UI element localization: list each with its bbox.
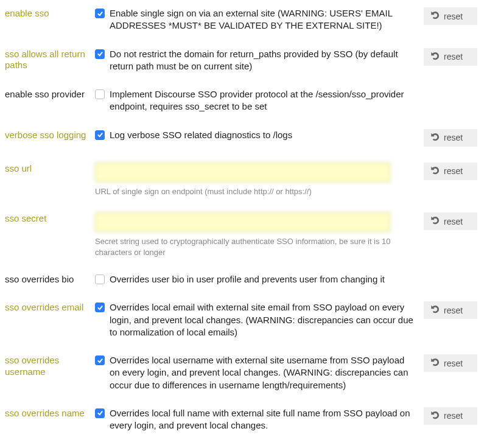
setting-action: reset — [424, 163, 480, 180]
reset-button[interactable]: reset — [424, 48, 477, 66]
setting-row-sso-overrides-bio: sso overrides bioOverrides user bio in u… — [5, 273, 480, 285]
setting-row-enable-sso: enable ssoEnable single sign on via an e… — [5, 7, 480, 32]
setting-control: Implement Discourse SSO provider protoco… — [95, 88, 424, 113]
setting-action: reset — [424, 212, 480, 230]
setting-description: Log verbose SSO related diagnostics to /… — [110, 129, 292, 141]
setting-label-text: sso overrides name — [5, 408, 90, 419]
checkbox[interactable] — [95, 9, 105, 18]
setting-control: Do not restrict the domain for return_pa… — [95, 48, 424, 73]
setting-action: reset — [424, 354, 480, 372]
setting-description: Do not restrict the domain for return_pa… — [110, 48, 415, 73]
setting-label-text: verbose sso logging — [5, 130, 90, 141]
undo-icon — [431, 52, 440, 62]
reset-button[interactable]: reset — [424, 407, 477, 425]
setting-label: sso overrides name — [5, 407, 95, 419]
reset-button-label: reset — [444, 166, 463, 176]
checkbox[interactable] — [95, 89, 105, 99]
undo-icon — [431, 166, 440, 177]
setting-control: Enable single sign on via an external si… — [95, 7, 424, 32]
setting-label: verbose sso logging — [5, 129, 95, 141]
setting-row-enable-sso-provider: enable sso providerImplement Discourse S… — [5, 88, 480, 113]
setting-action: reset — [424, 301, 480, 319]
setting-control: Log verbose SSO related diagnostics to /… — [95, 129, 424, 141]
checkbox[interactable] — [95, 355, 105, 365]
reset-button-label: reset — [444, 411, 463, 421]
setting-description: Enable single sign on via an external si… — [110, 7, 415, 32]
setting-label: sso overrides bio — [5, 273, 95, 285]
setting-control: Secret string used to cryptographically … — [95, 212, 424, 257]
reset-button[interactable]: reset — [424, 129, 477, 147]
setting-row-sso-secret: sso secretSecret string used to cryptogr… — [5, 212, 480, 257]
setting-row-verbose-sso-logging: verbose sso loggingLog verbose SSO relat… — [5, 129, 480, 147]
checkbox[interactable] — [95, 49, 105, 59]
setting-description: Implement Discourse SSO provider protoco… — [110, 88, 415, 113]
setting-control: Overrides user bio in user profile and p… — [95, 273, 424, 285]
checkbox-wrap[interactable]: Implement Discourse SSO provider protoco… — [95, 88, 415, 113]
setting-label: sso overrides username — [5, 354, 95, 378]
setting-action: reset — [424, 129, 480, 147]
reset-button-label: reset — [444, 359, 463, 368]
setting-control: Overrides local full name with external … — [95, 407, 424, 432]
setting-label-text: sso overrides username — [5, 355, 90, 378]
setting-description: Overrides local email with external site… — [110, 301, 415, 338]
setting-label: enable sso — [5, 7, 95, 19]
setting-action: reset — [424, 7, 480, 25]
reset-button-label: reset — [444, 133, 463, 142]
setting-description: Overrides user bio in user profile and p… — [110, 273, 385, 285]
checkbox-wrap[interactable]: Overrides local username with external s… — [95, 354, 415, 391]
reset-button[interactable]: reset — [424, 354, 477, 372]
checkbox-wrap[interactable]: Log verbose SSO related diagnostics to /… — [95, 129, 415, 141]
setting-control: URL of single sign on endpoint (must inc… — [95, 163, 424, 197]
setting-help-text: URL of single sign on endpoint (must inc… — [95, 186, 393, 197]
checkbox[interactable] — [95, 130, 105, 140]
undo-icon — [431, 133, 440, 143]
checkbox[interactable] — [95, 408, 105, 418]
checkbox-wrap[interactable]: Do not restrict the domain for return_pa… — [95, 48, 415, 73]
undo-icon — [431, 358, 440, 368]
setting-label-text: sso overrides bio — [5, 274, 90, 285]
setting-row-sso-overrides-email: sso overrides emailOverrides local email… — [5, 301, 480, 338]
reset-button-label: reset — [444, 306, 463, 315]
text-input-sso-url[interactable] — [95, 163, 390, 182]
reset-button[interactable]: reset — [424, 301, 477, 319]
checkbox[interactable] — [95, 275, 105, 284]
setting-help-text: Secret string used to cryptographically … — [95, 236, 393, 257]
undo-icon — [431, 411, 440, 421]
setting-label-text: sso secret — [5, 213, 90, 225]
setting-row-sso-url: sso urlURL of single sign on endpoint (m… — [5, 163, 480, 197]
reset-button[interactable]: reset — [424, 163, 477, 180]
reset-button-label: reset — [444, 52, 463, 61]
undo-icon — [431, 216, 440, 226]
text-input-sso-secret[interactable] — [95, 212, 390, 232]
setting-description: Overrides local full name with external … — [110, 407, 415, 432]
setting-label: enable sso provider — [5, 88, 95, 100]
setting-label-text: sso overrides email — [5, 302, 90, 313]
undo-icon — [431, 305, 440, 315]
setting-control: Overrides local email with external site… — [95, 301, 424, 338]
setting-label-text: sso allows all return paths — [5, 49, 90, 72]
checkbox-wrap[interactable]: Overrides local email with external site… — [95, 301, 415, 338]
checkbox-wrap[interactable]: Overrides local full name with external … — [95, 407, 415, 432]
setting-label-text: sso url — [5, 163, 90, 175]
setting-label-text: enable sso provider — [5, 89, 90, 100]
reset-button-label: reset — [444, 217, 463, 226]
reset-button[interactable]: reset — [424, 212, 477, 230]
setting-action: reset — [424, 48, 480, 66]
setting-label: sso overrides email — [5, 301, 95, 313]
settings-list: enable ssoEnable single sign on via an e… — [5, 7, 480, 432]
checkbox-wrap[interactable]: Overrides user bio in user profile and p… — [95, 273, 415, 285]
setting-description: Overrides local username with external s… — [110, 354, 415, 391]
setting-label-text: enable sso — [5, 8, 90, 19]
checkbox-wrap[interactable]: Enable single sign on via an external si… — [95, 7, 415, 32]
setting-action: reset — [424, 407, 480, 425]
checkbox[interactable] — [95, 303, 105, 312]
setting-label: sso secret — [5, 212, 95, 225]
setting-row-sso-allows-all-return-paths: sso allows all return pathsDo not restri… — [5, 48, 480, 73]
undo-icon — [431, 11, 440, 21]
setting-row-sso-overrides-name: sso overrides nameOverrides local full n… — [5, 407, 480, 432]
setting-control: Overrides local username with external s… — [95, 354, 424, 391]
reset-button[interactable]: reset — [424, 7, 477, 25]
setting-label: sso allows all return paths — [5, 48, 95, 72]
reset-button-label: reset — [444, 12, 463, 21]
setting-label: sso url — [5, 163, 95, 175]
